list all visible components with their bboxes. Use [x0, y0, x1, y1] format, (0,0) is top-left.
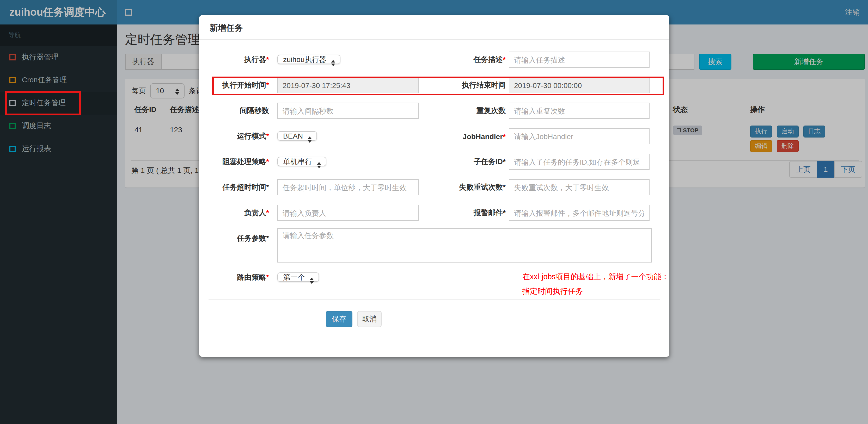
glue-type-label: 运行模式* [209, 132, 277, 141]
save-button[interactable]: 保存 [326, 311, 352, 327]
timeout-label: 任务超时时间* [209, 183, 277, 192]
alarm-email-label: 报警邮件* [418, 208, 509, 218]
add-task-modal: 新增任务 执行器* zuihou执行器 任务描述* 执行开始时间* 执行结束时间… [199, 15, 670, 357]
required-asterisk: * [266, 55, 269, 63]
timeout-input[interactable] [277, 179, 418, 195]
repeat-label: 重复次数 [418, 106, 509, 116]
retry-label: 失败重试次数* [418, 183, 509, 192]
job-desc-input[interactable] [509, 52, 650, 68]
feature-note: 在xxl-jobs项目的基础上，新增了一个功能： 指定时间执行任务 [522, 269, 674, 298]
executor-select[interactable]: zuihou执行器 [277, 55, 341, 64]
required-asterisk: * [266, 208, 269, 217]
select-caret-icon [317, 162, 321, 168]
route-strategy-select[interactable]: 第一个 [277, 272, 319, 282]
job-handler-label: JobHandler* [418, 132, 509, 140]
alarm-email-input[interactable] [509, 205, 650, 221]
start-time-label: 执行开始时间* [209, 80, 277, 90]
owner-input[interactable] [277, 205, 418, 221]
start-time-input[interactable] [277, 77, 418, 93]
job-handler-input[interactable] [509, 128, 650, 144]
required-asterisk: * [503, 132, 506, 140]
form-row-2: 执行开始时间* 执行结束时间 [199, 72, 670, 98]
form-row-8: 任务参数* [199, 226, 670, 265]
select-caret-icon [308, 136, 312, 143]
form-row-3: 间隔秒数 重复次数 [199, 98, 670, 124]
select-caret-icon [310, 278, 314, 284]
required-asterisk: * [266, 132, 269, 140]
modal-body: 执行器* zuihou执行器 任务描述* 执行开始时间* 执行结束时间 间隔秒数… [199, 40, 670, 290]
modal-header: 新增任务 [199, 15, 670, 40]
job-param-label: 任务参数* [209, 226, 277, 243]
child-job-label: 子任务ID* [418, 157, 509, 166]
required-asterisk: * [503, 183, 506, 191]
end-time-input[interactable] [509, 77, 650, 93]
job-param-textarea[interactable] [277, 228, 652, 263]
modal-title: 新增任务 [210, 24, 243, 32]
form-row-4: 运行模式* BEAN JobHandler* [199, 124, 670, 149]
cancel-button[interactable]: 取消 [357, 311, 382, 327]
required-asterisk: * [266, 183, 269, 191]
modal-footer-divider [209, 299, 660, 299]
job-desc-label: 任务描述* [418, 55, 509, 64]
required-asterisk: * [266, 234, 269, 242]
owner-label: 负责人* [209, 208, 277, 218]
required-asterisk: * [503, 55, 506, 63]
route-strategy-label: 路由策略* [209, 273, 277, 282]
end-time-label: 执行结束时间 [418, 80, 509, 90]
form-row-9: 路由策略* 第一个 在xxl-jobs项目的基础上，新增了一个功能： 指定时间执… [199, 265, 670, 290]
form-row-5: 阻塞处理策略* 单机串行 子任务ID* [199, 149, 670, 174]
required-asterisk: * [503, 208, 506, 217]
glue-type-select[interactable]: BEAN [277, 131, 317, 141]
required-asterisk: * [503, 157, 506, 165]
block-strategy-label: 阻塞处理策略* [209, 157, 277, 166]
retry-input[interactable] [509, 179, 650, 195]
repeat-input[interactable] [509, 103, 650, 119]
interval-label: 间隔秒数 [209, 106, 277, 116]
required-asterisk: * [266, 157, 269, 165]
interval-input[interactable] [277, 103, 418, 119]
app-root: zuihou任务调度中心 注销 导航 执行器管理 Cron任务管理 定时任务管理… [0, 0, 868, 424]
child-job-input[interactable] [509, 154, 650, 170]
required-asterisk: * [266, 273, 269, 281]
form-row-7: 负责人* 报警邮件* [199, 200, 670, 226]
required-asterisk: * [266, 80, 269, 89]
form-row-6: 任务超时时间* 失败重试次数* [199, 174, 670, 200]
block-strategy-select[interactable]: 单机串行 [277, 157, 327, 166]
form-row-1: 执行器* zuihou执行器 任务描述* [199, 47, 670, 72]
executor-label: 执行器* [209, 55, 277, 64]
select-caret-icon [331, 60, 336, 66]
